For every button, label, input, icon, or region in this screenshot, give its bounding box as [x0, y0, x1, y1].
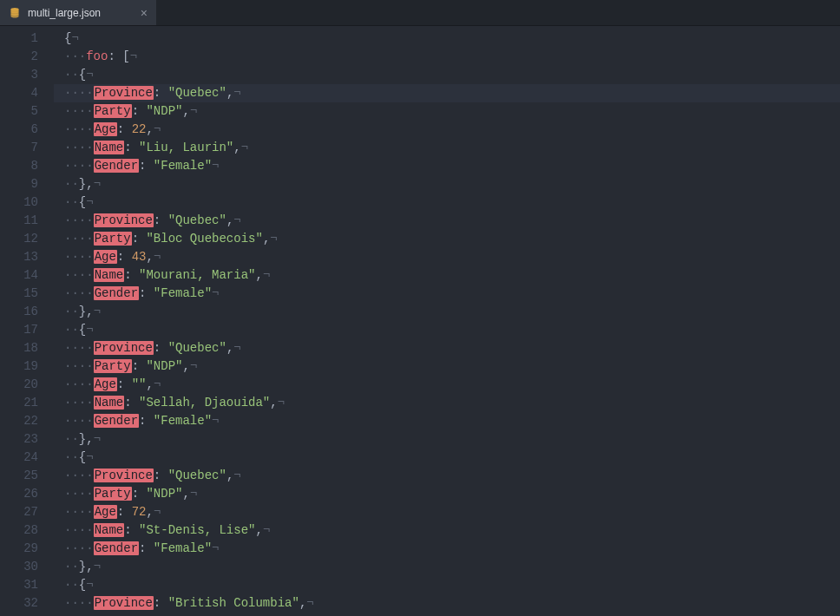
code-editor[interactable]: 1234567891011121314151617181920212223242…: [0, 26, 840, 616]
code-line[interactable]: ····Name: "Mourani, Maria",¬: [54, 266, 840, 285]
code-line[interactable]: ····Name: "Sellah, Djaouida",¬: [54, 394, 840, 412]
code-line[interactable]: ····Party: "Bloc Quebecois",¬: [54, 230, 840, 248]
line-number: 5: [0, 102, 54, 121]
code-line[interactable]: {¬: [54, 29, 840, 48]
code-line[interactable]: ···foo: [¬: [54, 48, 840, 66]
line-number: 10: [0, 193, 54, 212]
code-line[interactable]: ····Name: "Liu, Laurin",¬: [54, 139, 840, 157]
code-line[interactable]: ····Gender: "Female"¬: [54, 285, 840, 303]
line-number: 26: [0, 485, 54, 503]
code-line[interactable]: ··{¬: [54, 193, 840, 212]
code-line[interactable]: ····Age: 43,¬: [54, 248, 840, 266]
line-number: 12: [0, 230, 54, 248]
tab-label: multi_large.json: [28, 7, 101, 19]
code-line[interactable]: ··},¬: [54, 175, 840, 193]
line-number: 11: [0, 212, 54, 230]
line-number: 4: [0, 84, 54, 102]
line-number: 27: [0, 503, 54, 521]
line-number: 32: [0, 594, 54, 613]
line-number: 7: [0, 139, 54, 157]
code-line[interactable]: ····Age: 72,¬: [54, 503, 840, 521]
code-line[interactable]: ··{¬: [54, 321, 840, 339]
line-number: 30: [0, 558, 54, 576]
line-number: 19: [0, 357, 54, 376]
code-line[interactable]: ····Province: "Quebec",¬: [54, 467, 840, 485]
line-number: 9: [0, 175, 54, 193]
tab-bar: multi_large.json ×: [0, 0, 840, 26]
line-number: 23: [0, 430, 54, 449]
code-line[interactable]: ····Age: "",¬: [54, 376, 840, 394]
code-line[interactable]: ····Name: "St-Denis, Lise",¬: [54, 521, 840, 540]
code-line[interactable]: ··{¬: [54, 449, 840, 467]
line-number: 21: [0, 394, 54, 412]
close-icon[interactable]: ×: [141, 7, 148, 19]
database-icon: [9, 7, 21, 19]
code-line[interactable]: ····Province: "Quebec",¬: [54, 212, 840, 230]
code-line[interactable]: ····Party: "NDP",¬: [54, 357, 840, 376]
code-line[interactable]: ····Party: "NDP",¬: [54, 102, 840, 121]
line-number: 13: [0, 248, 54, 266]
code-line[interactable]: ····Gender: "Female"¬: [54, 540, 840, 558]
code-line[interactable]: ··},¬: [54, 430, 840, 449]
line-number: 28: [0, 521, 54, 540]
line-number: 25: [0, 467, 54, 485]
code-line[interactable]: ··{¬: [54, 66, 840, 84]
line-number: 8: [0, 157, 54, 175]
code-line[interactable]: ····Age: 22,¬: [54, 121, 840, 139]
code-line[interactable]: ··},¬: [54, 303, 840, 321]
code-content[interactable]: {¬···foo: [¬··{¬····Province: "Quebec",¬…: [54, 26, 840, 616]
code-line[interactable]: ··{¬: [54, 576, 840, 594]
line-number: 18: [0, 339, 54, 357]
line-number: 1: [0, 29, 54, 48]
code-line[interactable]: ····Gender: "Female"¬: [54, 412, 840, 430]
line-number: 3: [0, 66, 54, 84]
line-number: 22: [0, 412, 54, 430]
code-line[interactable]: ····Province: "Quebec",¬: [54, 84, 840, 102]
code-line[interactable]: ····Gender: "Female"¬: [54, 157, 840, 175]
line-number: 29: [0, 540, 54, 558]
line-number: 31: [0, 576, 54, 594]
line-number: 20: [0, 376, 54, 394]
line-number: 15: [0, 285, 54, 303]
line-number: 16: [0, 303, 54, 321]
code-line[interactable]: ····Province: "Quebec",¬: [54, 339, 840, 357]
code-line[interactable]: ····Party: "NDP",¬: [54, 485, 840, 503]
line-number-gutter: 1234567891011121314151617181920212223242…: [0, 26, 54, 616]
line-number: 17: [0, 321, 54, 339]
line-number: 24: [0, 449, 54, 467]
code-line[interactable]: ····Province: "British Columbia",¬: [54, 594, 840, 613]
line-number: 6: [0, 121, 54, 139]
tab-multi-large-json[interactable]: multi_large.json ×: [0, 0, 156, 25]
code-line[interactable]: ··},¬: [54, 558, 840, 576]
line-number: 2: [0, 48, 54, 66]
line-number: 14: [0, 266, 54, 285]
